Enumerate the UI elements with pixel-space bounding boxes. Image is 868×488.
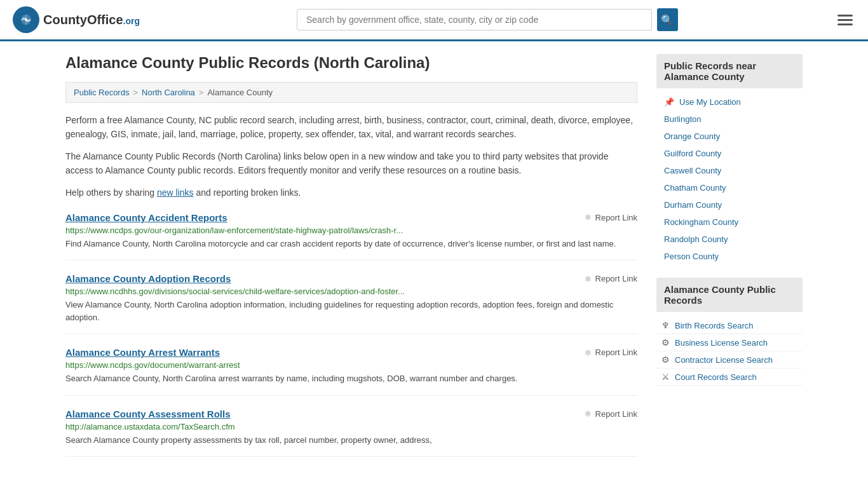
record-url[interactable]: http://alamance.ustaxdata.com/TaxSearch.… bbox=[65, 422, 637, 431]
logo-org: .org bbox=[123, 16, 140, 26]
sidebar-record-item: ♆ Birth Records Search bbox=[656, 317, 803, 334]
report-link-label: Report Link bbox=[595, 348, 637, 357]
nearby-place-link[interactable]: Orange County bbox=[664, 132, 720, 141]
sidebar-record-item: ⚙ Business License Search bbox=[656, 334, 803, 351]
logo-icon bbox=[13, 6, 39, 33]
description-para1: Perform a free Alamance County, NC publi… bbox=[65, 113, 637, 142]
description-para3: Help others by sharing new links and rep… bbox=[65, 186, 637, 200]
record-entry: Alamance County Assessment Rolls ⚛ Repor… bbox=[65, 409, 637, 458]
report-link-label: Report Link bbox=[595, 213, 637, 222]
report-link-label: Report Link bbox=[595, 274, 637, 283]
menu-icon bbox=[837, 24, 853, 25]
record-url[interactable]: https://www.ncdps.gov/document/warrant-a… bbox=[65, 360, 637, 370]
records-container: Alamance County Accident Reports ⚛ Repor… bbox=[65, 212, 637, 458]
sidebar-record-item: ⚙ Contractor License Search bbox=[656, 351, 803, 369]
menu-icon bbox=[837, 15, 853, 17]
record-title[interactable]: Alamance County Accident Reports bbox=[65, 212, 227, 223]
use-my-location-link[interactable]: Use My Location bbox=[679, 97, 741, 107]
nearby-place-link[interactable]: Person County bbox=[664, 252, 719, 261]
nearby-place-item: Orange County bbox=[656, 128, 803, 145]
records-links-list: ♆ Birth Records Search ⚙ Business Licens… bbox=[656, 317, 803, 386]
record-entry: Alamance County Accident Reports ⚛ Repor… bbox=[65, 212, 637, 261]
nearby-place-link[interactable]: Guilford County bbox=[664, 149, 721, 158]
nearby-place-item: Rockingham County bbox=[656, 214, 803, 231]
record-title[interactable]: Alamance County Adoption Records bbox=[65, 273, 231, 284]
sidebar-record-link[interactable]: Contractor License Search bbox=[675, 355, 773, 365]
nearby-place-item: Randolph County bbox=[656, 231, 803, 248]
sidebar-record-icon: ⚙ bbox=[661, 355, 670, 365]
record-desc: Search Alamance County, North Carolina a… bbox=[65, 372, 637, 385]
nearby-section: Public Records near Alamance County 📌 Us… bbox=[656, 54, 803, 265]
report-link[interactable]: ⚛ Report Link bbox=[584, 274, 637, 284]
record-desc: Find Alamance County, North Carolina mot… bbox=[65, 238, 637, 250]
nearby-place-link[interactable]: Rockingham County bbox=[664, 217, 738, 227]
menu-icon bbox=[837, 19, 853, 21]
nearby-place-link[interactable]: Randolph County bbox=[664, 234, 728, 244]
nearby-place-item: Burlington bbox=[656, 111, 803, 128]
nearby-place-item: Durham County bbox=[656, 196, 803, 214]
record-desc: View Alamance County, North Carolina ado… bbox=[65, 299, 637, 323]
nearby-place-item: Person County bbox=[656, 248, 803, 265]
sidebar-record-icon: ⚔ bbox=[661, 372, 670, 382]
description-para3-prefix: Help others by sharing bbox=[65, 187, 157, 198]
sidebar-record-link[interactable]: Court Records Search bbox=[675, 372, 757, 382]
sidebar-record-link[interactable]: Business License Search bbox=[675, 338, 768, 348]
breadcrumb-sep: > bbox=[133, 88, 138, 97]
logo-text: CountyOffice.org bbox=[43, 13, 140, 27]
nearby-places-list: BurlingtonOrange CountyGuilford CountyCa… bbox=[656, 111, 803, 265]
new-links[interactable]: new links bbox=[157, 187, 194, 198]
report-link-label: Report Link bbox=[595, 409, 637, 419]
records-section: Alamance County Public Records ♆ Birth R… bbox=[656, 278, 803, 386]
location-icon: 📌 bbox=[664, 97, 674, 107]
sidebar: Public Records near Alamance County 📌 Us… bbox=[656, 54, 803, 457]
report-link[interactable]: ⚛ Report Link bbox=[584, 212, 637, 222]
nearby-place-link[interactable]: Caswell County bbox=[664, 166, 721, 175]
nearby-place-item: Chatham County bbox=[656, 179, 803, 196]
report-icon: ⚛ bbox=[584, 212, 592, 222]
nearby-place-item: Guilford County bbox=[656, 145, 803, 162]
nearby-place-link[interactable]: Chatham County bbox=[664, 183, 726, 193]
record-entry: Alamance County Adoption Records ⚛ Repor… bbox=[65, 273, 637, 334]
report-link[interactable]: ⚛ Report Link bbox=[584, 409, 637, 419]
page-title: Alamance County Public Records (North Ca… bbox=[65, 54, 637, 72]
report-icon: ⚛ bbox=[584, 274, 592, 284]
record-entry: Alamance County Arrest Warrants ⚛ Report… bbox=[65, 347, 637, 396]
report-icon: ⚛ bbox=[584, 409, 592, 419]
sidebar-record-item: ⚔ Court Records Search bbox=[656, 369, 803, 386]
search-button[interactable]: 🔍 bbox=[657, 8, 678, 31]
use-my-location-item[interactable]: 📌 Use My Location bbox=[656, 93, 803, 111]
search-area: 🔍 bbox=[297, 8, 678, 31]
records-header: Alamance County Public Records bbox=[656, 278, 803, 312]
search-input[interactable] bbox=[297, 9, 652, 30]
record-title[interactable]: Alamance County Arrest Warrants bbox=[65, 347, 220, 358]
record-desc: Search Alamance County property assessme… bbox=[65, 434, 637, 447]
logo[interactable]: CountyOffice.org bbox=[13, 6, 140, 33]
search-icon: 🔍 bbox=[661, 14, 674, 26]
description-para3-suffix: and reporting broken links. bbox=[194, 187, 301, 198]
breadcrumb-north-carolina[interactable]: North Carolina bbox=[142, 88, 195, 97]
nearby-place-link[interactable]: Burlington bbox=[664, 114, 702, 124]
record-url[interactable]: https://www.ncdps.gov/our-organization/l… bbox=[65, 226, 637, 235]
sidebar-record-link[interactable]: Birth Records Search bbox=[675, 321, 754, 330]
breadcrumb: Public Records > North Carolina > Alaman… bbox=[65, 82, 637, 103]
sidebar-record-icon: ⚙ bbox=[661, 337, 670, 348]
record-title[interactable]: Alamance County Assessment Rolls bbox=[65, 409, 231, 419]
report-link[interactable]: ⚛ Report Link bbox=[584, 348, 637, 358]
description-para2: The Alamance County Public Records (Nort… bbox=[65, 149, 637, 178]
nearby-header: Public Records near Alamance County bbox=[656, 54, 803, 88]
nearby-place-item: Caswell County bbox=[656, 162, 803, 179]
report-icon: ⚛ bbox=[584, 348, 592, 358]
sidebar-record-icon: ♆ bbox=[661, 320, 670, 330]
menu-button[interactable] bbox=[835, 12, 855, 28]
nearby-place-link[interactable]: Durham County bbox=[664, 200, 722, 210]
breadcrumb-public-records[interactable]: Public Records bbox=[74, 88, 129, 97]
record-url[interactable]: https://www.ncdhhs.gov/divisions/social-… bbox=[65, 287, 637, 296]
breadcrumb-current: Alamance County bbox=[207, 88, 273, 97]
breadcrumb-sep: > bbox=[199, 88, 204, 97]
